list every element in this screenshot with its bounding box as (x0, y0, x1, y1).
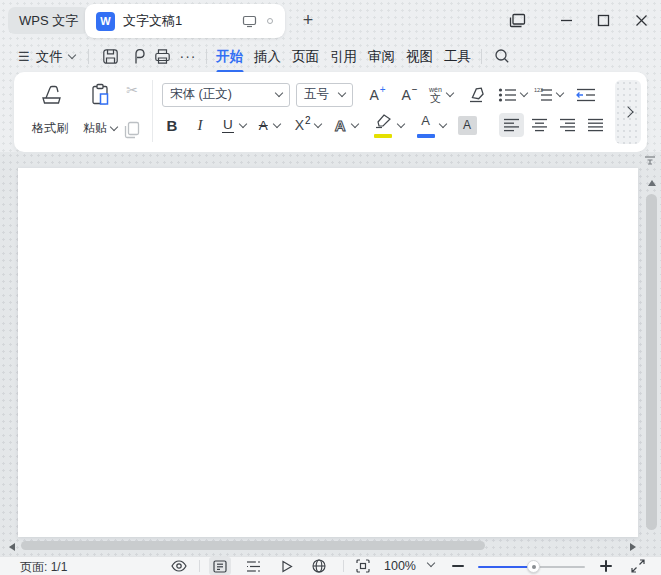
chevron-down-icon (313, 119, 321, 127)
web-view-button[interactable] (308, 557, 330, 575)
align-right-icon (559, 118, 576, 132)
highlight-color-button[interactable] (372, 112, 404, 138)
tab-bar: WPS 文字 W 文字文稿1 + (0, 0, 661, 40)
tab-home[interactable]: 开始 (216, 45, 243, 69)
text-effects-icon: A (335, 117, 346, 134)
pinyin-guide-button[interactable]: wén 文 (429, 86, 453, 104)
superscript-button[interactable]: X 2 (295, 117, 321, 133)
search-button[interactable] (492, 46, 512, 66)
tab-insert[interactable]: 插入 (254, 45, 281, 69)
align-right-button[interactable] (555, 113, 580, 137)
more-commands-button[interactable]: ··· (178, 46, 198, 66)
zoom-in-button-bar[interactable] (605, 560, 607, 572)
zoom-slider-track-filled[interactable] (478, 566, 533, 569)
tab-tools[interactable]: 工具 (444, 45, 471, 69)
font-size-select[interactable]: 五号 (296, 83, 353, 107)
zoom-out-button[interactable] (452, 565, 464, 567)
divider (152, 80, 153, 142)
tab-view[interactable]: 视图 (406, 45, 433, 69)
align-left-button[interactable] (499, 113, 524, 137)
font-color-button[interactable]: A (416, 112, 446, 138)
workspace-icon[interactable] (507, 10, 527, 30)
chevron-down-icon (273, 119, 281, 127)
eraser-icon (465, 85, 485, 104)
italic-icon: I (198, 117, 203, 134)
page-indicator: 页面: 1/1 (20, 559, 67, 575)
vertical-scrollbar[interactable] (646, 194, 657, 530)
maximize-button[interactable] (593, 10, 613, 30)
numbered-list-button[interactable]: 123 (534, 87, 563, 103)
minimize-button[interactable] (556, 10, 576, 30)
document-page[interactable] (18, 168, 638, 537)
new-tab-button[interactable]: + (297, 9, 319, 31)
save-button[interactable] (100, 46, 120, 66)
tab-reference[interactable]: 引用 (330, 45, 357, 69)
tab-home-label: 开始 (216, 48, 243, 66)
zoom-level-value[interactable]: 100% (384, 559, 416, 573)
numbered-list-icon: 123 (534, 87, 553, 103)
align-justify-button[interactable] (583, 113, 608, 137)
print-button[interactable] (152, 46, 172, 66)
paste-button[interactable]: 粘贴 (78, 79, 122, 143)
fullscreen-button[interactable] (627, 557, 649, 575)
eye-protection-button[interactable] (168, 557, 190, 575)
export-pdf-button[interactable] (128, 46, 148, 66)
ribbon-row-1: 宋体 (正文) 五号 A + A − wén 文 (162, 82, 596, 107)
thumb-dot (532, 565, 536, 569)
ribbon-toolbar: 格式刷 粘贴 ✂ 宋体 (正文) (14, 72, 647, 152)
format-painter-icon (37, 82, 63, 108)
close-button[interactable] (631, 10, 651, 30)
decrease-indent-button[interactable] (576, 87, 596, 103)
shrink-font-button[interactable]: A − (397, 87, 421, 103)
page-view-button[interactable] (209, 557, 231, 575)
scroll-left-arrow[interactable] (9, 543, 15, 551)
zoom-slider-track[interactable] (533, 566, 585, 569)
divider (199, 560, 200, 572)
tab-review[interactable]: 审阅 (368, 45, 395, 69)
tab-page[interactable]: 页面 (292, 45, 319, 69)
clear-format-button[interactable] (465, 85, 485, 104)
document-area (0, 152, 661, 556)
outline-view-button[interactable] (242, 557, 264, 575)
cut-icon[interactable]: ✂ (126, 82, 138, 98)
chevron-down-icon (396, 119, 404, 127)
bullet-list-button[interactable] (498, 87, 527, 103)
monitor-icon[interactable] (242, 15, 257, 28)
decrease-indent-icon (576, 87, 596, 103)
copy-icon[interactable] (122, 120, 142, 140)
tab-tools-label: 工具 (444, 48, 471, 66)
underline-button[interactable]: U (222, 117, 246, 133)
char-shading-button[interactable]: A (458, 116, 477, 135)
scroll-up-arrow[interactable] (648, 180, 656, 186)
chevron-down-icon[interactable] (427, 559, 435, 567)
read-mode-button[interactable] (276, 557, 298, 575)
app-home-button[interactable]: WPS 文字 (8, 7, 89, 34)
divider (206, 49, 207, 64)
ribbon-expand-button[interactable] (615, 80, 641, 144)
bold-button[interactable]: B (164, 117, 180, 134)
tab-insert-label: 插入 (254, 48, 281, 66)
italic-button[interactable]: I (194, 117, 206, 134)
divider (88, 49, 89, 64)
format-painter-label: 格式刷 (32, 120, 68, 137)
align-center-icon (531, 118, 548, 132)
status-bar: 页面: 1/1 (0, 556, 661, 575)
grow-font-button[interactable]: A + (365, 87, 389, 103)
text-effects-button[interactable]: A (335, 117, 358, 134)
file-menu-button[interactable]: ☰ 文件 (18, 44, 75, 69)
font-name-select[interactable]: 宋体 (正文) (162, 83, 290, 107)
scroll-right-arrow[interactable] (630, 543, 636, 551)
minus-mark: − (412, 84, 418, 95)
horizontal-scrollbar[interactable] (21, 541, 485, 550)
strikethrough-button[interactable]: A (259, 118, 280, 133)
align-center-button[interactable] (527, 113, 552, 137)
chevron-down-icon (110, 123, 118, 131)
tab-status-dot (267, 18, 273, 24)
fit-page-button[interactable] (352, 557, 374, 575)
toolbar-pin-icon[interactable] (644, 155, 656, 166)
document-tab[interactable]: W 文字文稿1 (85, 4, 285, 38)
zoom-slider-thumb[interactable] (527, 560, 540, 573)
format-painter-button[interactable]: 格式刷 (24, 79, 76, 143)
cut-copy-group: ✂ (120, 82, 144, 140)
font-color-bar (417, 134, 435, 138)
